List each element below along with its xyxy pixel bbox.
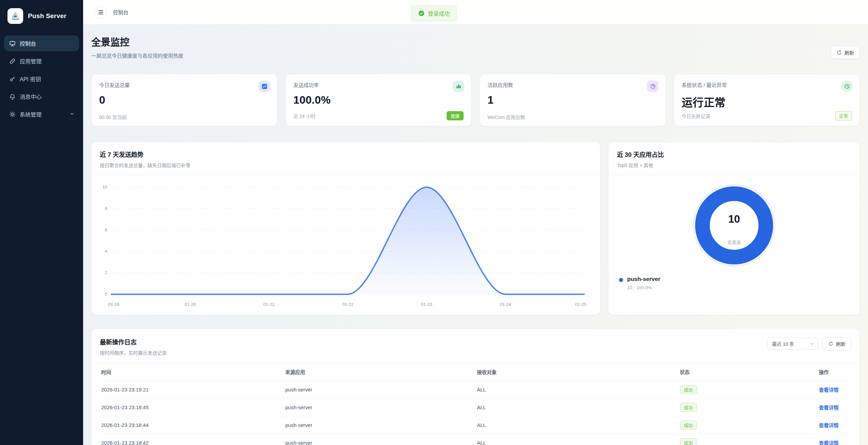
- cell-time: 2026-01-23 23:18:44: [100, 416, 284, 434]
- stat-label: 系统状态 / 最近异常: [682, 81, 852, 88]
- stat-foot: 今日失败记录: [682, 113, 710, 119]
- logs-card: 最新操作日志 按时间倒序，实时展示发送记录 最近 10 条 刷新: [91, 329, 860, 445]
- legend-dot: [619, 278, 623, 282]
- svg-text:01-20: 01-20: [185, 302, 196, 307]
- gear-icon: [9, 111, 16, 118]
- status-pill: 成功: [680, 403, 697, 412]
- logs-table: 时间 来源应用 接收对象 状态 操作 2026-01-23 23:19:21 p…: [100, 363, 851, 445]
- sidebar-item-messages[interactable]: 消息中心: [4, 89, 79, 104]
- bell-icon: [9, 93, 16, 100]
- trend-chart-card: 近 7 天发送趋势 按日聚合的发送总量，缺失日期后端已补零 024681001-…: [91, 142, 600, 315]
- col-target: 接收对象: [476, 363, 679, 381]
- stat-label: 活跃应用数: [487, 81, 658, 88]
- svg-text:01-21: 01-21: [263, 302, 275, 307]
- donut-card-title: 近 30 天应用占比: [617, 150, 851, 159]
- logs-title: 最新操作日志: [100, 337, 167, 346]
- table-row: 2026-01-23 23:18:45 push-server ALL 成功 查…: [100, 399, 851, 416]
- svg-text:01-23: 01-23: [421, 302, 432, 307]
- cell-app: push-server: [284, 434, 476, 445]
- refresh-label: 刷新: [844, 49, 854, 56]
- log-count-select[interactable]: 最近 10 条: [768, 338, 819, 350]
- status-pill: 成功: [680, 438, 697, 445]
- cell-time: 2026-01-23 23:18:42: [100, 434, 284, 445]
- dashboard-icon: [9, 40, 16, 47]
- logs-refresh-button[interactable]: 刷新: [823, 337, 851, 350]
- bar-chart-icon: [453, 80, 464, 92]
- stat-foot: 00:00 至当前: [99, 114, 127, 120]
- sidebar-item-label: 控制台: [20, 39, 36, 47]
- check-circle-icon: [418, 10, 424, 16]
- chevron-down-icon: [810, 342, 814, 346]
- stat-card-success-rate: 发送成功率 100.0% 近 24 小时 健康: [285, 74, 471, 126]
- stat-value: 1: [487, 94, 658, 106]
- donut-center-value: 10: [728, 213, 740, 225]
- sidebar-item-label: 系统管理: [20, 110, 42, 118]
- table-row: 2026-01-23 23:19:21 push-server ALL 成功 查…: [100, 381, 851, 399]
- stat-value: 运行正常: [682, 94, 852, 109]
- chevron-down-icon: [70, 111, 74, 117]
- donut-center-label: 总发送: [727, 240, 741, 245]
- svg-text:8: 8: [105, 206, 107, 211]
- stat-card-system-status: 系统状态 / 最近异常 运行正常 今日失败记录 正常: [674, 74, 860, 126]
- sidebar-item-api-keys[interactable]: API 密钥: [4, 71, 79, 87]
- select-value: 最近 10 条: [772, 340, 794, 347]
- col-source-app: 来源应用: [284, 363, 476, 381]
- main-content: 全景监控 一屏总览今日健康度与各应用的使用热度 刷新 今日发送总量 0 00:0…: [83, 25, 868, 445]
- sidebar-item-label: 消息中心: [20, 92, 42, 101]
- sidebar-item-system[interactable]: 系统管理: [4, 106, 79, 122]
- cell-target: ALL: [476, 381, 679, 399]
- clock-icon: [841, 80, 853, 92]
- collapse-sidebar-button[interactable]: [95, 6, 107, 18]
- svg-text:01-24: 01-24: [500, 302, 511, 307]
- stats-row: 今日发送总量 0 00:00 至当前 发送成功率 100.0% 近 24 小时 …: [91, 74, 860, 126]
- pie-chart-icon: [647, 80, 658, 92]
- view-detail-link[interactable]: 查看详情: [819, 405, 839, 411]
- donut-chart[interactable]: 10 总发送: [693, 184, 776, 267]
- trend-chart-icon: [259, 80, 270, 92]
- page-refresh-button[interactable]: 刷新: [831, 46, 860, 59]
- trend-chart[interactable]: 024681001-1901-2001-2101-2201-2301-2401-…: [92, 175, 600, 319]
- cell-target: ALL: [476, 399, 679, 416]
- svg-text:01-25: 01-25: [575, 302, 586, 307]
- page-title: 全景监控: [91, 35, 183, 48]
- refresh-icon: [837, 50, 842, 55]
- toast-text: 登录成功: [428, 9, 450, 17]
- page-header: 全景监控 一屏总览今日健康度与各应用的使用热度 刷新: [91, 35, 860, 59]
- svg-text:10: 10: [103, 184, 107, 190]
- sidebar-item-apps[interactable]: 应用管理: [4, 53, 79, 69]
- trend-card-subtitle: 按日聚合的发送总量，缺失日期后端已补零: [100, 162, 592, 168]
- app-logo-row: Push Server: [0, 0, 83, 31]
- col-action: 操作: [818, 363, 851, 381]
- status-pill: 成功: [680, 420, 697, 430]
- stat-label: 今日发送总量: [99, 81, 269, 88]
- legend-detail: 10 · 100.0%: [627, 285, 660, 290]
- topbar: 控制台: [83, 0, 868, 25]
- sidebar-item-label: API 密钥: [20, 75, 41, 83]
- cell-time: 2026-01-23 23:19:21: [100, 381, 284, 399]
- sidebar: Push Server 控制台 应用管理: [0, 0, 83, 445]
- view-detail-link[interactable]: 查看详情: [819, 387, 839, 393]
- view-detail-link[interactable]: 查看详情: [819, 423, 839, 428]
- stat-foot: WeCom 应用总数: [487, 114, 525, 120]
- trend-card-title: 近 7 天发送趋势: [100, 150, 592, 159]
- stat-card-active-apps: 活跃应用数 1 WeCom 应用总数: [480, 74, 666, 126]
- sailboat-icon: [10, 11, 21, 21]
- stat-label: 发送成功率: [293, 81, 464, 88]
- logs-subtitle: 按时间倒序，实时展示发送记录: [100, 349, 167, 356]
- status-badge-normal: 正常: [835, 111, 852, 120]
- table-row: 2026-01-23 23:18:42 push-server ALL 成功 查…: [100, 434, 851, 445]
- svg-text:2: 2: [105, 270, 107, 275]
- menu-icon: [98, 10, 104, 15]
- toast-login-success: 登录成功: [411, 5, 457, 21]
- donut-legend-item[interactable]: push-server 10 · 100.0%: [619, 276, 660, 290]
- view-detail-link[interactable]: 查看详情: [819, 441, 839, 445]
- page-subtitle: 一屏总览今日健康度与各应用的使用热度: [91, 52, 183, 59]
- cell-target: ALL: [476, 416, 679, 434]
- stat-value: 0: [99, 94, 269, 106]
- sidebar-item-dashboard[interactable]: 控制台: [4, 35, 79, 51]
- table-header-row: 时间 来源应用 接收对象 状态 操作: [100, 363, 851, 381]
- status-badge-healthy: 健康: [447, 111, 464, 120]
- status-pill: 成功: [680, 385, 697, 394]
- svg-text:01-19: 01-19: [108, 302, 119, 307]
- col-status: 状态: [679, 363, 818, 381]
